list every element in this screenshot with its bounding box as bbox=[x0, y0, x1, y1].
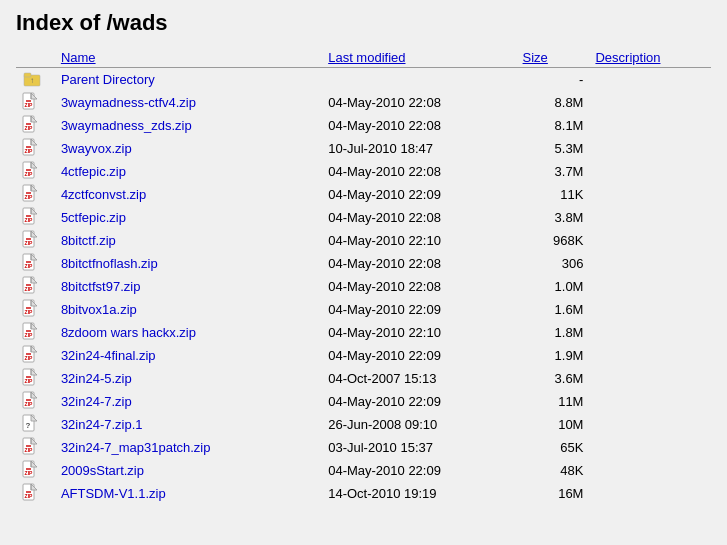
file-name-cell[interactable]: 8bitvox1a.zip bbox=[55, 298, 322, 321]
file-link[interactable]: 8bitctfnoflash.zip bbox=[61, 256, 158, 271]
file-name-cell[interactable]: 5ctfepic.zip bbox=[55, 206, 322, 229]
file-desc-cell bbox=[589, 68, 711, 92]
file-modified-cell: 04-May-2010 22:08 bbox=[322, 275, 516, 298]
file-modified-cell: 04-May-2010 22:10 bbox=[322, 321, 516, 344]
file-name-cell[interactable]: 8bitctfst97.zip bbox=[55, 275, 322, 298]
file-link[interactable]: 2009sStart.zip bbox=[61, 463, 144, 478]
table-row: ZIP 8bitctfnoflash.zip04-May-2010 22:083… bbox=[16, 252, 711, 275]
file-modified-cell: 26-Jun-2008 09:10 bbox=[322, 413, 516, 436]
file-name-cell[interactable]: 32in24-7.zip.1 bbox=[55, 413, 322, 436]
file-modified-cell: 03-Jul-2010 15:37 bbox=[322, 436, 516, 459]
file-name-cell[interactable]: 8bitctf.zip bbox=[55, 229, 322, 252]
svg-text:ZIP: ZIP bbox=[25, 125, 33, 131]
zip-icon: ZIP bbox=[22, 121, 38, 136]
file-link[interactable]: 8bitctfst97.zip bbox=[61, 279, 141, 294]
folder-icon: ↑ bbox=[22, 69, 42, 89]
file-modified-cell bbox=[322, 68, 516, 92]
file-modified-cell: 10-Jul-2010 18:47 bbox=[322, 137, 516, 160]
file-size-cell: 1.8M bbox=[517, 321, 590, 344]
file-name-cell[interactable]: 2009sStart.zip bbox=[55, 459, 322, 482]
table-row: ZIP AFTSDM-V1.1.zip14-Oct-2010 19:1916M bbox=[16, 482, 711, 505]
file-icon-cell: ZIP bbox=[16, 252, 55, 275]
svg-text:ZIP: ZIP bbox=[25, 309, 33, 315]
file-link[interactable]: 3wayvox.zip bbox=[61, 141, 132, 156]
file-link[interactable]: 8zdoom wars hackx.zip bbox=[61, 325, 196, 340]
table-row: ZIP 4zctfconvst.zip04-May-2010 22:0911K bbox=[16, 183, 711, 206]
file-link[interactable]: 32in24-7.zip.1 bbox=[61, 417, 143, 432]
file-icon-cell: ZIP bbox=[16, 160, 55, 183]
file-icon-cell: ZIP bbox=[16, 183, 55, 206]
file-size-cell: 5.3M bbox=[517, 137, 590, 160]
sort-by-size-link[interactable]: Size bbox=[523, 50, 548, 65]
file-link[interactable]: 32in24-7.zip bbox=[61, 394, 132, 409]
file-link[interactable]: 32in24-7_map31patch.zip bbox=[61, 440, 211, 455]
zip-icon: ZIP bbox=[22, 489, 38, 504]
svg-text:ZIP: ZIP bbox=[25, 332, 33, 338]
file-icon-cell: ZIP bbox=[16, 321, 55, 344]
file-name-cell[interactable]: AFTSDM-V1.1.zip bbox=[55, 482, 322, 505]
file-name-cell[interactable]: 32in24-4final.zip bbox=[55, 344, 322, 367]
table-row: ZIP 32in24-4final.zip04-May-2010 22:091.… bbox=[16, 344, 711, 367]
sort-by-modified-link[interactable]: Last modified bbox=[328, 50, 405, 65]
file-desc-cell bbox=[589, 482, 711, 505]
file-link[interactable]: 8bitvox1a.zip bbox=[61, 302, 137, 317]
file-listing-table: Name Last modified Size Description ↑ Pa… bbox=[16, 48, 711, 505]
file-name-cell[interactable]: 8bitctfnoflash.zip bbox=[55, 252, 322, 275]
file-name-cell[interactable]: 3waymadness_zds.zip bbox=[55, 114, 322, 137]
file-link[interactable]: 5ctfepic.zip bbox=[61, 210, 126, 225]
file-link[interactable]: Parent Directory bbox=[61, 72, 155, 87]
file-link[interactable]: 8bitctf.zip bbox=[61, 233, 116, 248]
table-row: ZIP 4ctfepic.zip04-May-2010 22:083.7M bbox=[16, 160, 711, 183]
svg-text:ZIP: ZIP bbox=[25, 194, 33, 200]
table-row: ZIP 3wayvox.zip10-Jul-2010 18:475.3M bbox=[16, 137, 711, 160]
file-link[interactable]: 4ctfepic.zip bbox=[61, 164, 126, 179]
file-name-cell[interactable]: 4ctfepic.zip bbox=[55, 160, 322, 183]
file-desc-cell bbox=[589, 252, 711, 275]
file-link[interactable]: 32in24-5.zip bbox=[61, 371, 132, 386]
sort-by-desc-link[interactable]: Description bbox=[595, 50, 660, 65]
file-modified-cell: 14-Oct-2010 19:19 bbox=[322, 482, 516, 505]
zip-icon: ZIP bbox=[22, 351, 38, 366]
table-header-row: Name Last modified Size Description bbox=[16, 48, 711, 68]
file-name-cell[interactable]: 4zctfconvst.zip bbox=[55, 183, 322, 206]
file-size-cell: 3.7M bbox=[517, 160, 590, 183]
col-modified-header: Last modified bbox=[322, 48, 516, 68]
file-name-cell[interactable]: 32in24-7.zip bbox=[55, 390, 322, 413]
svg-text:ZIP: ZIP bbox=[25, 148, 33, 154]
file-icon-cell: ZIP bbox=[16, 390, 55, 413]
svg-text:ZIP: ZIP bbox=[25, 355, 33, 361]
sort-by-name-link[interactable]: Name bbox=[61, 50, 96, 65]
file-link[interactable]: 32in24-4final.zip bbox=[61, 348, 156, 363]
file-name-cell[interactable]: 32in24-5.zip bbox=[55, 367, 322, 390]
zip-icon: ZIP bbox=[22, 397, 38, 412]
file-link[interactable]: 4zctfconvst.zip bbox=[61, 187, 146, 202]
file-link[interactable]: AFTSDM-V1.1.zip bbox=[61, 486, 166, 501]
zip-icon: ZIP bbox=[22, 328, 38, 343]
file-desc-cell bbox=[589, 413, 711, 436]
zip-icon: ZIP bbox=[22, 98, 38, 113]
file-name-cell[interactable]: 3waymadness-ctfv4.zip bbox=[55, 91, 322, 114]
svg-text:ZIP: ZIP bbox=[25, 401, 33, 407]
file-desc-cell bbox=[589, 275, 711, 298]
svg-text:ZIP: ZIP bbox=[25, 447, 33, 453]
file-link[interactable]: 3waymadness-ctfv4.zip bbox=[61, 95, 196, 110]
table-row: ZIP 8zdoom wars hackx.zip04-May-2010 22:… bbox=[16, 321, 711, 344]
file-size-cell: 1.6M bbox=[517, 298, 590, 321]
file-size-cell: 48K bbox=[517, 459, 590, 482]
file-name-cell[interactable]: 3wayvox.zip bbox=[55, 137, 322, 160]
file-desc-cell bbox=[589, 436, 711, 459]
page-title: Index of /wads bbox=[16, 10, 711, 36]
file-modified-cell: 04-May-2010 22:09 bbox=[322, 183, 516, 206]
file-icon-cell: ZIP bbox=[16, 344, 55, 367]
col-size-header: Size bbox=[517, 48, 590, 68]
file-desc-cell bbox=[589, 206, 711, 229]
file-size-cell: 8.1M bbox=[517, 114, 590, 137]
svg-text:ZIP: ZIP bbox=[25, 470, 33, 476]
file-name-cell[interactable]: Parent Directory bbox=[55, 68, 322, 92]
file-modified-cell: 04-May-2010 22:09 bbox=[322, 459, 516, 482]
table-row: ZIP 3waymadness_zds.zip04-May-2010 22:08… bbox=[16, 114, 711, 137]
file-link[interactable]: 3waymadness_zds.zip bbox=[61, 118, 192, 133]
file-name-cell[interactable]: 32in24-7_map31patch.zip bbox=[55, 436, 322, 459]
file-name-cell[interactable]: 8zdoom wars hackx.zip bbox=[55, 321, 322, 344]
zip-icon: ZIP bbox=[22, 305, 38, 320]
